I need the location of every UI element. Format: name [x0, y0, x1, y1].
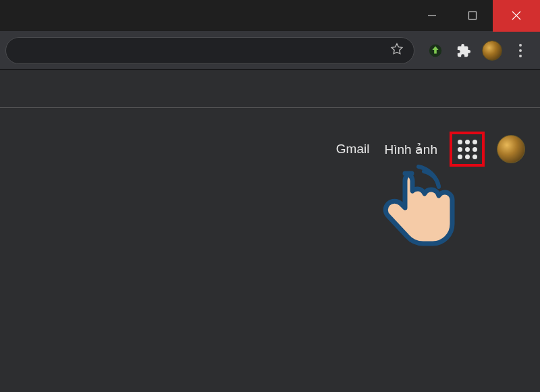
gmail-link[interactable]: Gmail	[336, 142, 370, 157]
address-bar[interactable]	[5, 37, 414, 64]
close-button[interactable]	[493, 0, 540, 32]
window-title-bar	[0, 0, 540, 31]
profile-avatar-small[interactable]	[481, 39, 504, 62]
minimize-button[interactable]	[412, 0, 452, 31]
svg-rect-1	[469, 12, 477, 20]
idm-extension-icon[interactable]	[424, 39, 447, 62]
kebab-icon	[510, 44, 531, 57]
images-link[interactable]: Hình ảnh	[384, 142, 437, 157]
page-content: Gmail Hình ảnh	[0, 70, 540, 392]
google-header-links: Gmail Hình ảnh	[336, 134, 525, 164]
avatar-icon	[482, 40, 502, 61]
browser-menu-button[interactable]	[509, 39, 532, 62]
extensions-icon[interactable]	[452, 39, 475, 62]
bookmark-star-icon[interactable]	[389, 42, 404, 59]
apps-grid-button[interactable]	[452, 134, 482, 164]
page-divider	[0, 107, 540, 108]
apps-grid-icon	[458, 140, 477, 159]
maximize-button[interactable]	[452, 0, 493, 31]
hand-cursor-annotation	[363, 161, 458, 265]
browser-toolbar	[0, 31, 540, 70]
account-avatar[interactable]	[497, 135, 525, 163]
